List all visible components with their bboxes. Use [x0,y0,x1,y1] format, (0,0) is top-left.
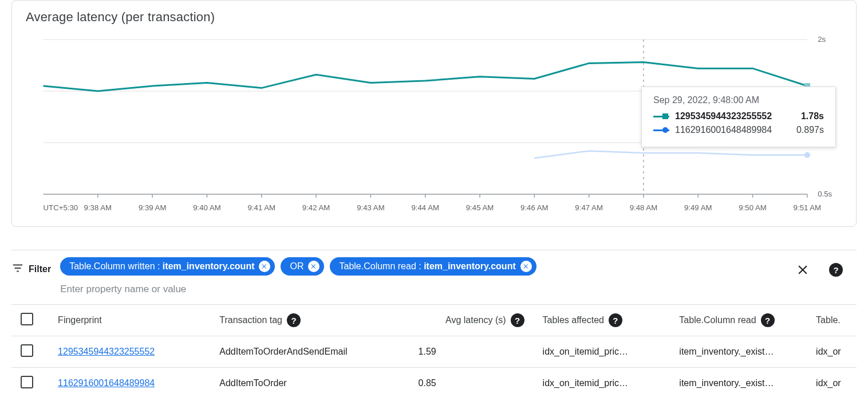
svg-text:9:51 AM: 9:51 AM [794,203,822,212]
filter-chips: Table.Column written : item_inventory.co… [60,253,786,298]
row-checkbox[interactable] [21,376,33,388]
help-icon[interactable]: ? [761,313,775,327]
chart-title: Average latency (per transaction) [26,10,842,25]
col-header-truncated[interactable]: Table. [807,305,857,336]
help-icon[interactable]: ? [829,263,843,277]
fingerprint-link[interactable]: 1162916001648489984 [58,378,155,388]
col-header-tables-affected[interactable]: Tables affected ? [534,305,670,336]
help-icon[interactable]: ? [287,313,301,327]
svg-text:9:38 AM: 9:38 AM [84,203,112,212]
chart-tooltip: Sep 29, 2022, 9:48:00 AM 129534594432325… [641,87,836,147]
table-row: 1295345944323255552AddItemToOrderAndSend… [11,336,857,368]
fingerprint-link[interactable]: 1295345944323255552 [58,347,155,356]
cell-truncated: idx_or [807,336,857,368]
series-marker-icon [653,127,669,133]
cell-tables-affected: idx_on_itemid_pric… [534,368,670,394]
table-row: 1162916001648489984AddItemToOrder0.85idx… [11,368,857,394]
table-header-row: Fingerprint Transaction tag ? Avg latenc… [11,305,857,336]
svg-text:9:45 AM: 9:45 AM [466,203,494,212]
tooltip-row: 1295345944323255552 1.78s [653,111,824,121]
cell-tag: AddItemToOrderAndSendEmail [210,336,409,368]
svg-text:9:43 AM: 9:43 AM [357,203,385,212]
tooltip-series-value: 1.78s [801,111,824,121]
col-header-tag[interactable]: Transaction tag ? [210,305,409,336]
latency-chart[interactable]: 0.5s1s1.5s2sUTC+5:309:38 AM9:39 AM9:40 A… [26,34,842,217]
series-marker-icon [653,113,669,120]
clear-filters-button[interactable] [795,262,811,278]
svg-text:9:49 AM: 9:49 AM [684,203,712,212]
tooltip-series-name: 1295345944323255552 [675,111,795,121]
cell-col-read: item_inventory._exist… [670,368,807,394]
transactions-table: Fingerprint Transaction tag ? Avg latenc… [11,304,857,393]
filter-left: Filter [11,253,51,276]
svg-text:9:40 AM: 9:40 AM [193,203,221,212]
tooltip-series-value: 0.897s [796,125,824,135]
transactions-section: Filter Table.Column written : item_inven… [11,250,857,393]
col-header-latency[interactable]: Avg latency (s) ? [409,305,534,336]
filter-bar: Filter Table.Column written : item_inven… [11,250,857,304]
latency-chart-panel: Average latency (per transaction) 0.5s1s… [11,0,857,227]
filter-icon [11,262,24,276]
help-icon[interactable]: ? [609,313,622,327]
col-header-column-read[interactable]: Table.Column read ? [670,305,807,336]
cell-col-read: item_inventory._exist… [670,336,807,368]
tooltip-timestamp: Sep 29, 2022, 9:48:00 AM [653,95,824,105]
filter-input[interactable] [60,280,289,298]
svg-text:9:42 AM: 9:42 AM [302,203,330,212]
cell-truncated: idx_or [807,368,857,394]
select-all-checkbox[interactable] [21,313,33,325]
svg-text:9:39 AM: 9:39 AM [139,203,167,212]
tooltip-series-name: 1162916001648489984 [675,125,791,135]
chip-remove-icon[interactable] [520,261,532,272]
svg-text:9:50 AM: 9:50 AM [739,203,767,212]
svg-text:9:48 AM: 9:48 AM [630,203,658,212]
filter-chip[interactable]: Table.Column written : item_inventory.co… [60,257,275,276]
cell-latency: 0.85 [409,368,534,394]
cell-latency: 1.59 [409,336,534,368]
chip-remove-icon[interactable] [259,261,270,272]
tooltip-row: 1162916001648489984 0.897s [653,125,824,135]
svg-point-39 [804,152,810,158]
col-header-fingerprint[interactable]: Fingerprint [49,305,210,336]
filter-label: Filter [29,264,51,274]
svg-text:9:44 AM: 9:44 AM [411,203,439,212]
svg-text:0.5s: 0.5s [818,190,832,198]
svg-text:9:41 AM: 9:41 AM [248,203,276,212]
cell-tag: AddItemToOrder [210,368,409,394]
chip-remove-icon[interactable] [308,261,319,272]
svg-text:UTC+5:30: UTC+5:30 [44,203,78,212]
svg-text:9:46 AM: 9:46 AM [520,203,549,212]
cell-tables-affected: idx_on_itemid_pric… [534,336,670,368]
svg-text:2s: 2s [818,35,826,44]
svg-text:9:47 AM: 9:47 AM [575,203,603,212]
help-icon[interactable]: ? [511,313,524,327]
filter-chip-or[interactable]: OR [281,257,324,276]
filter-chip[interactable]: Table.Column read : item_inventory.count [330,257,536,276]
row-checkbox[interactable] [21,344,33,357]
